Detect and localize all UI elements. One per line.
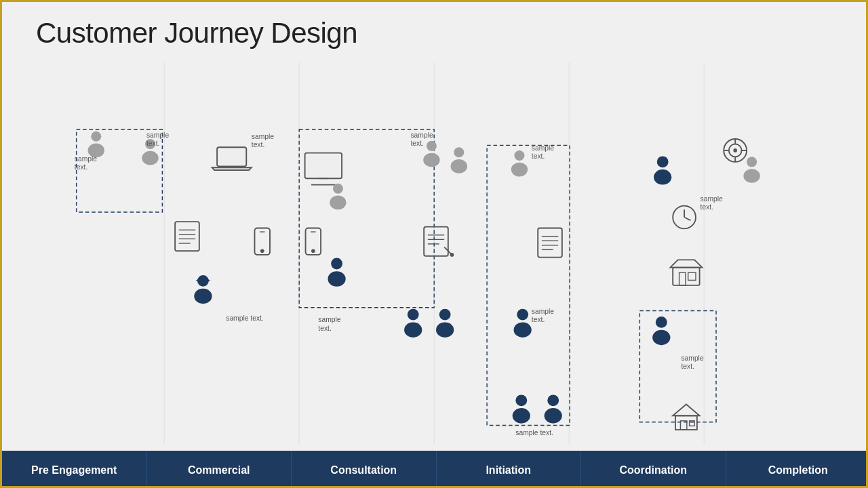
svg-point-76: [547, 394, 559, 406]
svg-point-77: [545, 408, 562, 424]
svg-text:sample text.: sample text.: [226, 314, 264, 322]
svg-point-98: [656, 317, 667, 328]
svg-rect-26: [218, 148, 245, 164]
svg-text:text.: text.: [252, 141, 265, 148]
svg-text:sample text.: sample text.: [515, 429, 553, 436]
svg-rect-96: [679, 272, 686, 285]
svg-text:text.: text.: [318, 325, 332, 332]
svg-point-59: [439, 309, 451, 321]
svg-point-99: [652, 330, 670, 346]
svg-rect-17: [175, 222, 199, 251]
svg-text:text.: text.: [532, 316, 545, 323]
svg-text:sample: sample: [146, 131, 170, 139]
svg-marker-102: [673, 404, 699, 415]
svg-point-47: [454, 147, 464, 157]
svg-line-94: [684, 217, 690, 220]
svg-rect-105: [690, 421, 695, 426]
svg-point-9: [91, 131, 101, 142]
svg-rect-7: [487, 145, 570, 425]
svg-text:sample: sample: [701, 195, 724, 203]
svg-rect-97: [688, 272, 696, 280]
phase-consultation[interactable]: Consultation: [292, 451, 437, 488]
svg-point-34: [330, 196, 346, 210]
svg-text:sample: sample: [318, 316, 341, 323]
svg-point-39: [311, 249, 315, 253]
svg-point-86: [657, 156, 669, 167]
svg-text:text.: text.: [701, 203, 713, 211]
svg-point-14: [142, 151, 158, 165]
svg-point-87: [654, 169, 671, 185]
svg-text:text.: text.: [681, 363, 694, 370]
svg-point-62: [511, 163, 528, 177]
svg-point-33: [333, 184, 343, 194]
svg-text:text.: text.: [146, 140, 160, 147]
svg-point-48: [451, 159, 467, 174]
svg-point-57: [408, 309, 419, 321]
svg-text:text.: text.: [532, 152, 545, 160]
phase-pre-engagement[interactable]: Pre Engagement: [2, 451, 147, 488]
main-container: Customer Journey Design: [2, 2, 868, 488]
svg-rect-8: [639, 310, 716, 422]
phase-completion[interactable]: Completion: [726, 451, 869, 488]
svg-point-61: [514, 150, 524, 161]
svg-rect-65: [538, 228, 562, 257]
title-area: Customer Journey Design: [2, 2, 868, 56]
svg-point-46: [423, 153, 439, 167]
svg-point-23: [194, 289, 212, 304]
phase-initiation[interactable]: Initiation: [437, 451, 582, 488]
svg-text:sample: sample: [681, 354, 704, 362]
svg-text:sample: sample: [252, 133, 275, 140]
svg-point-74: [515, 394, 527, 406]
svg-text:sample: sample: [410, 131, 433, 139]
svg-point-58: [404, 322, 422, 338]
svg-rect-103: [675, 415, 697, 430]
svg-text:sample: sample: [75, 155, 98, 163]
diagram-svg: sample text. sample text.: [2, 56, 868, 451]
svg-point-60: [436, 322, 454, 338]
phase-coordination[interactable]: Coordination: [581, 451, 726, 488]
svg-point-36: [260, 249, 264, 253]
svg-rect-30: [307, 155, 340, 176]
svg-point-88: [747, 157, 757, 167]
svg-point-45: [427, 141, 437, 151]
diagram-area: sample text. sample text.: [2, 56, 868, 451]
phase-commercial[interactable]: Commercial: [147, 451, 292, 488]
svg-text:text.: text.: [410, 140, 424, 147]
svg-point-70: [517, 309, 528, 321]
svg-point-42: [328, 271, 345, 287]
svg-point-89: [743, 169, 760, 183]
svg-text:text.: text.: [75, 163, 87, 171]
svg-point-71: [514, 322, 532, 338]
svg-point-75: [513, 408, 530, 424]
svg-point-56: [450, 253, 454, 257]
svg-text:sample: sample: [532, 144, 555, 152]
svg-rect-51: [424, 227, 448, 256]
bottom-bar: Pre Engagement Commercial Consultation I…: [2, 451, 868, 488]
svg-point-41: [331, 258, 342, 270]
page-title: Customer Journey Design: [36, 17, 836, 49]
svg-text:sample: sample: [532, 308, 555, 315]
svg-point-81: [733, 148, 737, 152]
